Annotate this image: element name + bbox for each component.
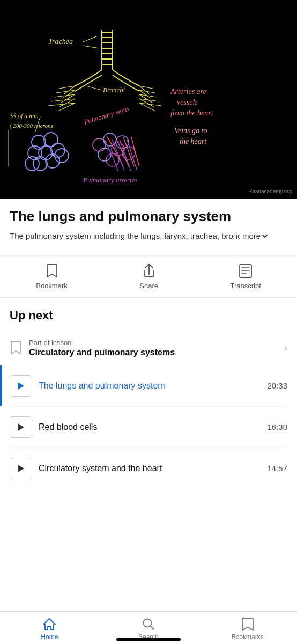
video-description: The pulmonary system including the lungs… <box>10 230 287 243</box>
bookmark-icon <box>44 264 60 279</box>
bookmark-action[interactable]: Bookmark <box>36 264 68 290</box>
description-text: The pulmonary system including the lungs… <box>10 230 240 243</box>
svg-line-6 <box>151 626 154 630</box>
nav-item-home[interactable]: Home <box>0 617 99 641</box>
transcript-icon <box>238 264 253 279</box>
nav-label-home: Home <box>41 633 58 641</box>
home-indicator <box>116 638 181 641</box>
share-label: Share <box>139 282 158 290</box>
bookmark-label: Bookmark <box>36 282 68 290</box>
lesson-sublabel: Part of lesson <box>29 339 280 347</box>
video-title: The lungs and pulmonary system <box>10 208 287 225</box>
more-button[interactable]: more <box>242 230 268 243</box>
play-triangle-icon <box>18 423 24 431</box>
title-section: The lungs and pulmonary system The pulmo… <box>0 199 297 248</box>
active-indicator <box>0 365 2 406</box>
watermark: khanacademy.org <box>249 188 292 194</box>
transcript-action[interactable]: Transcript <box>230 264 261 290</box>
home-icon <box>42 617 56 631</box>
nav-label-bookmarks: Bookmarks <box>232 633 264 641</box>
video-duration-current: 20:33 <box>267 381 287 390</box>
share-action[interactable]: Share <box>139 264 158 290</box>
video-canvas <box>0 0 297 199</box>
play-triangle-icon <box>18 465 24 472</box>
search-icon <box>142 617 155 631</box>
up-next-section: Up next Part of lesson Circulatory and p… <box>0 298 297 489</box>
video-item-title-rbc: Red blood cells <box>39 422 262 432</box>
lesson-name: Circulatory and pulmonary systems <box>29 348 280 357</box>
svg-marker-4 <box>43 619 55 630</box>
play-triangle-icon <box>18 382 24 390</box>
lesson-info: Part of lesson Circulatory and pulmonary… <box>29 339 280 357</box>
nav-item-search[interactable]: Search <box>99 617 198 641</box>
video-list-item[interactable]: Red blood cells 16:30 <box>10 407 287 448</box>
nav-item-bookmarks[interactable]: Bookmarks <box>198 617 297 641</box>
lesson-row[interactable]: Part of lesson Circulatory and pulmonary… <box>10 331 287 365</box>
video-list: The lungs and pulmonary system 20:33 Red… <box>10 365 287 489</box>
video-item-title-heart: Circulatory system and the heart <box>39 464 262 473</box>
video-duration-heart: 14:57 <box>267 464 287 473</box>
lesson-chevron-icon: › <box>284 342 287 354</box>
video-duration-rbc: 16:30 <box>267 422 287 431</box>
action-bar: Bookmark Share Transcript <box>0 255 297 298</box>
svg-rect-0 <box>240 265 251 277</box>
video-item-title-current: The lungs and pulmonary system <box>39 381 262 391</box>
video-player[interactable]: khanacademy.org <box>0 0 297 199</box>
play-button-heart[interactable] <box>10 458 31 479</box>
bookmarks-nav-icon <box>241 617 255 631</box>
transcript-label: Transcript <box>230 282 261 290</box>
play-button-current[interactable] <box>10 375 31 397</box>
lesson-bookmark-icon <box>10 340 21 355</box>
video-list-item[interactable]: Circulatory system and the heart 14:57 <box>10 448 287 489</box>
chevron-down-icon <box>262 233 268 239</box>
share-icon <box>142 264 157 279</box>
up-next-heading: Up next <box>10 309 287 323</box>
play-button-rbc[interactable] <box>10 416 31 438</box>
video-list-item[interactable]: The lungs and pulmonary system 20:33 <box>10 365 287 407</box>
